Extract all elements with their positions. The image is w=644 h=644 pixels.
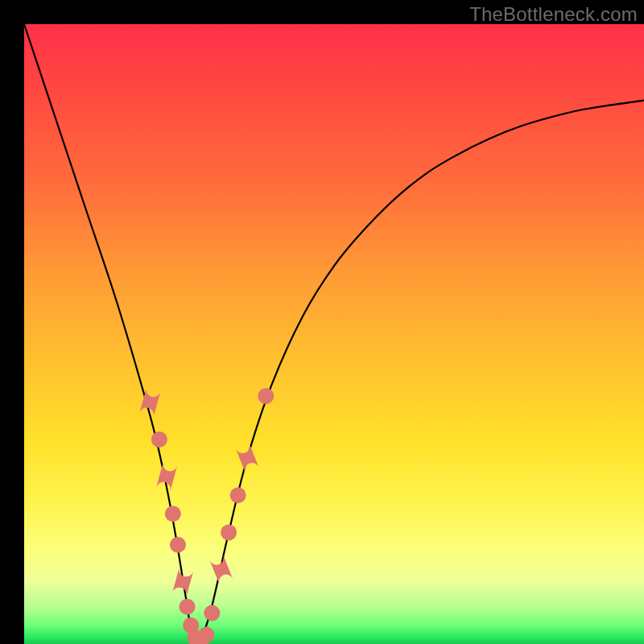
data-marker — [230, 487, 246, 503]
data-marker — [165, 506, 181, 522]
data-marker — [198, 626, 214, 642]
watermark-text: TheBottleneck.com — [469, 3, 638, 26]
data-marker — [258, 388, 274, 404]
curve-svg — [24, 24, 644, 644]
marker-layer — [139, 388, 274, 644]
data-marker — [172, 568, 193, 597]
plot-area — [24, 24, 644, 644]
data-marker — [151, 431, 167, 448]
data-marker — [236, 444, 259, 473]
bottleneck-curve — [24, 24, 644, 644]
chart-frame: TheBottleneck.com — [0, 0, 644, 644]
data-marker — [180, 599, 196, 615]
data-marker — [221, 524, 237, 540]
data-marker — [204, 605, 220, 621]
data-marker — [170, 537, 186, 553]
data-marker — [210, 555, 233, 584]
